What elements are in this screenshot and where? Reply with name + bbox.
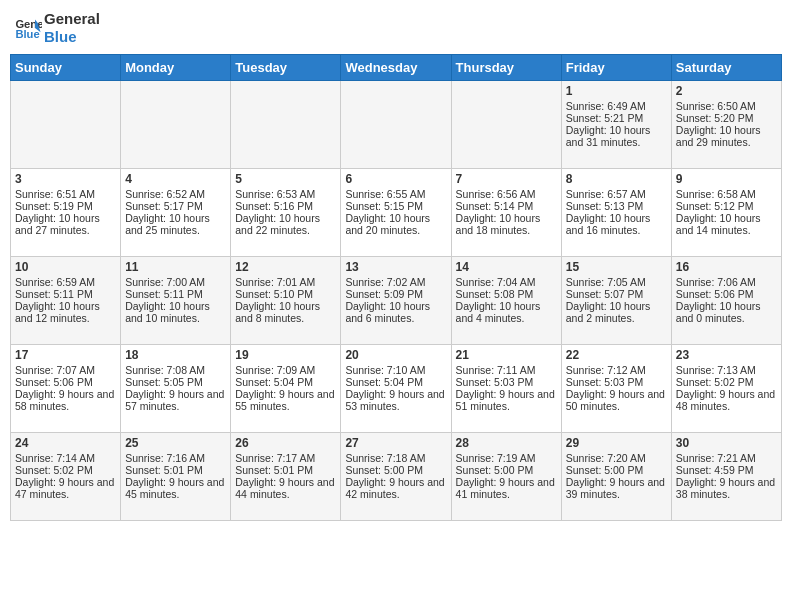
calendar-cell: 2Sunrise: 6:50 AMSunset: 5:20 PMDaylight…	[671, 81, 781, 169]
day-number: 8	[566, 172, 667, 186]
day-info: Sunrise: 7:01 AM	[235, 276, 336, 288]
calendar-cell: 10Sunrise: 6:59 AMSunset: 5:11 PMDayligh…	[11, 257, 121, 345]
day-info: Sunrise: 7:05 AM	[566, 276, 667, 288]
col-header-thursday: Thursday	[451, 55, 561, 81]
day-info: Sunset: 5:12 PM	[676, 200, 777, 212]
calendar-cell	[231, 81, 341, 169]
calendar-cell: 9Sunrise: 6:58 AMSunset: 5:12 PMDaylight…	[671, 169, 781, 257]
day-number: 7	[456, 172, 557, 186]
day-number: 30	[676, 436, 777, 450]
calendar-cell: 18Sunrise: 7:08 AMSunset: 5:05 PMDayligh…	[121, 345, 231, 433]
day-info: Sunset: 5:03 PM	[566, 376, 667, 388]
day-info: Sunrise: 7:14 AM	[15, 452, 116, 464]
calendar-cell: 14Sunrise: 7:04 AMSunset: 5:08 PMDayligh…	[451, 257, 561, 345]
day-info: Sunset: 5:00 PM	[345, 464, 446, 476]
day-number: 29	[566, 436, 667, 450]
day-number: 27	[345, 436, 446, 450]
calendar-cell: 28Sunrise: 7:19 AMSunset: 5:00 PMDayligh…	[451, 433, 561, 521]
day-number: 14	[456, 260, 557, 274]
day-number: 12	[235, 260, 336, 274]
day-info: Daylight: 9 hours and 47 minutes.	[15, 476, 116, 500]
day-info: Daylight: 9 hours and 39 minutes.	[566, 476, 667, 500]
day-number: 4	[125, 172, 226, 186]
calendar-week-row: 24Sunrise: 7:14 AMSunset: 5:02 PMDayligh…	[11, 433, 782, 521]
calendar-cell: 16Sunrise: 7:06 AMSunset: 5:06 PMDayligh…	[671, 257, 781, 345]
calendar-cell: 5Sunrise: 6:53 AMSunset: 5:16 PMDaylight…	[231, 169, 341, 257]
day-info: Daylight: 10 hours and 14 minutes.	[676, 212, 777, 236]
day-number: 18	[125, 348, 226, 362]
day-number: 23	[676, 348, 777, 362]
day-info: Sunrise: 7:02 AM	[345, 276, 446, 288]
calendar-week-row: 10Sunrise: 6:59 AMSunset: 5:11 PMDayligh…	[11, 257, 782, 345]
day-info: Daylight: 10 hours and 8 minutes.	[235, 300, 336, 324]
day-info: Daylight: 10 hours and 18 minutes.	[456, 212, 557, 236]
day-info: Daylight: 10 hours and 0 minutes.	[676, 300, 777, 324]
day-info: Sunset: 5:10 PM	[235, 288, 336, 300]
day-info: Sunrise: 7:07 AM	[15, 364, 116, 376]
calendar-cell	[451, 81, 561, 169]
day-number: 25	[125, 436, 226, 450]
day-info: Daylight: 10 hours and 4 minutes.	[456, 300, 557, 324]
day-info: Daylight: 10 hours and 31 minutes.	[566, 124, 667, 148]
day-info: Sunrise: 6:50 AM	[676, 100, 777, 112]
calendar-cell: 17Sunrise: 7:07 AMSunset: 5:06 PMDayligh…	[11, 345, 121, 433]
day-info: Sunset: 5:14 PM	[456, 200, 557, 212]
day-info: Sunrise: 7:10 AM	[345, 364, 446, 376]
day-info: Sunset: 5:21 PM	[566, 112, 667, 124]
calendar-cell: 24Sunrise: 7:14 AMSunset: 5:02 PMDayligh…	[11, 433, 121, 521]
calendar-cell: 27Sunrise: 7:18 AMSunset: 5:00 PMDayligh…	[341, 433, 451, 521]
day-number: 3	[15, 172, 116, 186]
day-info: Sunset: 5:08 PM	[456, 288, 557, 300]
day-info: Sunset: 5:13 PM	[566, 200, 667, 212]
day-number: 19	[235, 348, 336, 362]
day-info: Sunset: 5:05 PM	[125, 376, 226, 388]
day-info: Daylight: 10 hours and 20 minutes.	[345, 212, 446, 236]
calendar-cell: 12Sunrise: 7:01 AMSunset: 5:10 PMDayligh…	[231, 257, 341, 345]
calendar-week-row: 3Sunrise: 6:51 AMSunset: 5:19 PMDaylight…	[11, 169, 782, 257]
day-info: Sunset: 5:06 PM	[15, 376, 116, 388]
calendar-cell: 8Sunrise: 6:57 AMSunset: 5:13 PMDaylight…	[561, 169, 671, 257]
day-info: Sunset: 5:16 PM	[235, 200, 336, 212]
day-info: Sunset: 5:11 PM	[125, 288, 226, 300]
day-number: 15	[566, 260, 667, 274]
day-info: Sunrise: 7:20 AM	[566, 452, 667, 464]
day-info: Sunrise: 6:55 AM	[345, 188, 446, 200]
calendar-week-row: 17Sunrise: 7:07 AMSunset: 5:06 PMDayligh…	[11, 345, 782, 433]
day-info: Daylight: 10 hours and 12 minutes.	[15, 300, 116, 324]
calendar-cell: 25Sunrise: 7:16 AMSunset: 5:01 PMDayligh…	[121, 433, 231, 521]
day-number: 10	[15, 260, 116, 274]
calendar-cell: 6Sunrise: 6:55 AMSunset: 5:15 PMDaylight…	[341, 169, 451, 257]
day-number: 11	[125, 260, 226, 274]
day-info: Sunrise: 6:51 AM	[15, 188, 116, 200]
logo-icon: General Blue	[14, 14, 42, 42]
day-info: Daylight: 9 hours and 57 minutes.	[125, 388, 226, 412]
svg-text:Blue: Blue	[15, 28, 39, 40]
day-info: Daylight: 10 hours and 16 minutes.	[566, 212, 667, 236]
calendar-table: SundayMondayTuesdayWednesdayThursdayFrid…	[10, 54, 782, 521]
day-info: Sunrise: 7:00 AM	[125, 276, 226, 288]
day-info: Daylight: 10 hours and 29 minutes.	[676, 124, 777, 148]
calendar-cell	[11, 81, 121, 169]
calendar-cell: 30Sunrise: 7:21 AMSunset: 4:59 PMDayligh…	[671, 433, 781, 521]
calendar-week-row: 1Sunrise: 6:49 AMSunset: 5:21 PMDaylight…	[11, 81, 782, 169]
day-info: Sunrise: 7:17 AM	[235, 452, 336, 464]
day-info: Sunrise: 6:58 AM	[676, 188, 777, 200]
logo-general: General	[44, 10, 100, 28]
day-number: 21	[456, 348, 557, 362]
calendar-cell: 21Sunrise: 7:11 AMSunset: 5:03 PMDayligh…	[451, 345, 561, 433]
day-info: Sunset: 5:11 PM	[15, 288, 116, 300]
day-info: Daylight: 9 hours and 50 minutes.	[566, 388, 667, 412]
day-info: Sunrise: 6:49 AM	[566, 100, 667, 112]
day-info: Sunset: 5:06 PM	[676, 288, 777, 300]
col-header-sunday: Sunday	[11, 55, 121, 81]
day-info: Daylight: 9 hours and 44 minutes.	[235, 476, 336, 500]
day-info: Daylight: 10 hours and 27 minutes.	[15, 212, 116, 236]
day-number: 2	[676, 84, 777, 98]
day-number: 16	[676, 260, 777, 274]
calendar-cell: 13Sunrise: 7:02 AMSunset: 5:09 PMDayligh…	[341, 257, 451, 345]
day-info: Sunset: 5:01 PM	[125, 464, 226, 476]
day-info: Sunrise: 7:06 AM	[676, 276, 777, 288]
day-info: Sunset: 5:09 PM	[345, 288, 446, 300]
calendar-cell	[341, 81, 451, 169]
calendar-cell: 4Sunrise: 6:52 AMSunset: 5:17 PMDaylight…	[121, 169, 231, 257]
